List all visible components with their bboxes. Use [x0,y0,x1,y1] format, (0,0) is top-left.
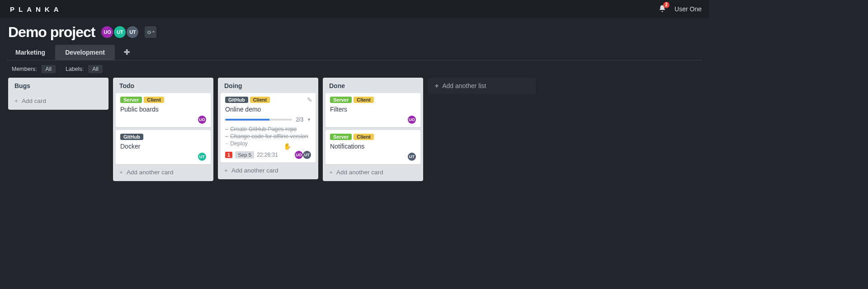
card[interactable]: ServerClientNotificationsUT [326,130,420,164]
card-label: Client [354,97,374,103]
divider [6,60,703,61]
add-member-button[interactable]: ⛭⁺ [145,26,156,38]
card-member-avatar[interactable]: UT [408,153,416,161]
card[interactable]: GitHubClient✎Online demo2/3▼–Create GitH… [221,93,316,163]
plus-icon: + [224,167,228,174]
due-date[interactable]: Sep 5 [235,151,254,158]
app-brand[interactable]: PLANKA [10,5,63,13]
add-list-button[interactable]: +Add another list [428,78,536,94]
plus-icon: + [435,82,439,89]
list: DoneServerClientFiltersUOServerClientNot… [323,78,423,181]
card-label: Server [120,97,142,103]
card-label: Client [144,97,164,103]
project-member-avatar[interactable]: UT [127,26,138,38]
card-title: Filters [330,106,416,113]
timer[interactable]: 22:26:31 [257,152,278,158]
pencil-icon[interactable]: ✎ [307,96,312,103]
progress-text: 2/3 [296,117,303,123]
project-member-avatar[interactable]: UO [101,26,113,38]
filter-members-value[interactable]: All [42,65,56,73]
card-label: GitHub [225,97,248,103]
card-title: Public boards [120,106,206,113]
project-title: Demo project [8,24,95,41]
plus-icon: + [119,169,123,176]
project-member-avatar[interactable]: UT [114,26,126,38]
card[interactable]: GitHubDockerUT [116,130,211,164]
list: Bugs+Add card [8,78,108,110]
progress-bar [225,119,292,121]
add-card-button[interactable]: +Add another card [113,164,213,177]
checklist: –Create GitHub Pages repo–Change code fo… [225,126,311,147]
board-tab[interactable]: Marketing [5,45,55,60]
card-member-avatar[interactable]: UO [295,151,303,159]
checklist-item[interactable]: –Create GitHub Pages repo [225,126,311,133]
card-label: Server [330,134,352,140]
card-label: Server [330,97,352,103]
filter-members-label: Members: [12,66,37,72]
card-title: Online demo [225,106,311,113]
plus-icon: + [329,169,333,176]
chevron-down-icon[interactable]: ▼ [307,117,311,122]
add-board-button[interactable]: ✚ [118,44,135,60]
add-card-button[interactable]: +Add card [8,93,108,106]
filter-labels-label: Labels: [66,66,84,72]
card-label: GitHub [120,134,143,140]
card-title: Notifications [330,143,416,150]
add-member-icon: ⛭⁺ [146,29,155,36]
list-title[interactable]: Todo [113,78,213,93]
checklist-item[interactable]: –Change code for offline version [225,133,311,140]
card-member-avatar[interactable]: UT [198,153,206,161]
comment-count: 1 [225,152,232,158]
user-menu[interactable]: User One [675,5,702,13]
card[interactable]: ServerClientFiltersUO [326,93,420,127]
card-member-avatar[interactable]: UO [198,116,206,124]
card-label: Client [354,134,374,140]
list: TodoServerClientPublic boardsUOGitHubDoc… [113,78,213,181]
list: DoingGitHubClient✎Online demo2/3▼–Create… [218,78,318,179]
plus-icon: + [14,98,18,104]
card[interactable]: ServerClientPublic boardsUO [116,93,211,127]
card-label: Client [250,97,270,103]
list-title[interactable]: Done [323,78,423,93]
add-card-button[interactable]: +Add another card [218,163,318,176]
card-member-avatar[interactable]: UO [408,116,416,124]
add-card-button[interactable]: +Add another card [323,164,423,177]
list-title[interactable]: Doing [218,78,318,93]
list-title[interactable]: Bugs [8,78,108,93]
notifications-bell[interactable]: 2 [658,5,666,14]
card-title: Docker [120,143,206,150]
checklist-item[interactable]: –Deploy [225,140,311,147]
board-tab[interactable]: Development [55,45,115,60]
filter-labels-value[interactable]: All [88,65,102,73]
card-member-avatar[interactable]: UT [303,151,311,159]
notification-count: 2 [663,2,670,8]
